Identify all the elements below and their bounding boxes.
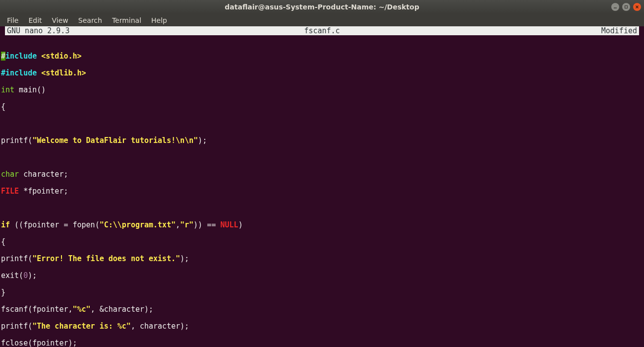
code-line: printf("The character is: %c", character…	[0, 322, 644, 331]
code-line: printf("Welcome to DataFlair tutorials!\…	[0, 137, 644, 145]
code-line: fclose(fpointer);	[0, 339, 644, 347]
code-line: int main()	[0, 86, 644, 94]
code-line	[0, 120, 644, 128]
close-button[interactable]	[633, 3, 641, 11]
menu-help[interactable]: Help	[146, 15, 172, 26]
menu-edit[interactable]: Edit	[23, 15, 47, 26]
code-line: if ((fpointer = fopen("C:\\program.txt",…	[0, 221, 644, 229]
menu-view[interactable]: View	[47, 15, 73, 26]
code-line	[0, 153, 644, 162]
code-line: }	[0, 288, 644, 297]
code-line: {	[0, 238, 644, 246]
menu-terminal[interactable]: Terminal	[107, 15, 146, 26]
code-line: char character;	[0, 170, 644, 179]
window-titlebar: dataflair@asus-System-Product-Name: ~/De…	[0, 0, 644, 14]
code-line: #include <stdio.h>	[0, 52, 644, 61]
code-line: #include <stdlib.h>	[0, 69, 644, 77]
code-line: exit(0);	[0, 272, 644, 280]
menu-file[interactable]: File	[2, 15, 23, 26]
minimize-icon	[613, 5, 617, 9]
maximize-icon	[624, 5, 628, 9]
nano-version: GNU nano 2.9.3	[7, 26, 69, 35]
minimize-button[interactable]	[611, 3, 619, 11]
cursor: #	[1, 52, 5, 61]
window-controls	[611, 3, 641, 11]
window-title: dataflair@asus-System-Product-Name: ~/De…	[225, 3, 419, 11]
close-icon	[635, 5, 639, 9]
maximize-button[interactable]	[622, 3, 630, 11]
code-line: {	[0, 103, 644, 111]
svg-rect-1	[625, 6, 628, 8]
code-line: printf("Error! The file does not exist."…	[0, 255, 644, 263]
nano-status: Modified	[601, 26, 637, 35]
menu-search[interactable]: Search	[73, 15, 107, 26]
nano-filename: fscanf.c	[304, 26, 340, 35]
code-line: fscanf(fpointer,"%c", &character);	[0, 305, 644, 314]
code-line	[0, 204, 644, 212]
nano-header: GNU nano 2.9.3 fscanf.c Modified	[5, 26, 639, 35]
code-line: FILE *fpointer;	[0, 187, 644, 196]
menubar: File Edit View Search Terminal Help	[0, 14, 644, 26]
editor-area[interactable]: #include <stdio.h> #include <stdlib.h> i…	[0, 44, 644, 347]
